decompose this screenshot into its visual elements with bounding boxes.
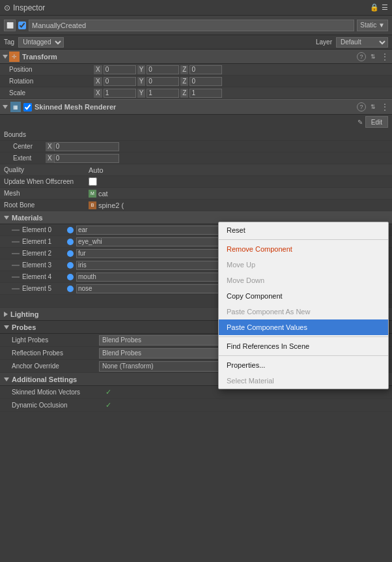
dynamic-occlusion-row: Dynamic Occlusion ✓ [0,399,392,412]
object-active-checkbox[interactable] [18,22,26,29]
skinned-motion-vectors-label: Skinned Motion Vectors [12,389,103,396]
center-x-label: X [46,142,54,151]
root-bone-label: Root Bone [4,201,89,209]
context-menu-item-reset[interactable]: Reset [219,222,388,238]
dash-line [12,253,20,254]
update-offscreen-checkbox[interactable] [89,177,97,186]
scale-z-label: Z [180,89,188,98]
light-probes-label: Light Probes [12,336,96,344]
transform-help-icon[interactable]: ? [357,52,366,61]
smr-help-icon[interactable]: ? [357,102,366,111]
root-bone-value: spine2 ( [98,201,124,209]
mesh-icon: M [89,190,96,198]
scale-y-label: Y [137,89,146,98]
anchor-override-value: None (Transform) [102,362,154,370]
context-menu-item-copy-component[interactable]: Copy Component [219,288,388,304]
scale-x-input[interactable] [104,89,136,98]
reflection-probes-value: Blend Probes [102,349,141,357]
center-row: Center X [0,141,392,153]
static-button[interactable]: Static ▼ [357,20,388,31]
lighting-collapse-icon [4,312,8,317]
lock-icon[interactable]: 🔒 [370,3,379,12]
context-menu-item-remove-component[interactable]: Remove Component [219,241,388,257]
rot-z-input[interactable] [189,77,222,86]
smr-edit-row: ✎ Edit [0,115,392,129]
tag-label: Tag [4,38,14,46]
dash-line [12,229,20,231]
additional-settings-title: Additional Settings [12,376,77,383]
transform-settings-icon[interactable]: ⇅ [369,52,378,61]
smr-active-checkbox[interactable] [23,103,32,111]
mesh-value: cat [98,190,108,198]
context-menu-item-find-refs[interactable]: Find References In Scene [219,338,388,354]
center-x-input[interactable] [54,142,119,151]
lighting-title: Lighting [10,310,38,318]
material-circle-icon [67,274,74,280]
scale-row: Scale X Y Z [0,87,392,99]
additional-settings-collapse-icon [4,377,9,381]
pos-x-input[interactable] [104,65,136,74]
center-label: Center [13,143,46,150]
tag-select[interactable]: Untagged [18,37,64,48]
pos-z-input[interactable] [189,65,222,74]
transform-more-icon[interactable]: ⋮ [380,52,389,61]
scale-x-label: X [94,89,102,98]
dynamic-occlusion-check: ✓ [105,401,111,409]
extent-x-input[interactable] [54,154,119,163]
smr-header[interactable]: ▦ Skinned Mesh Renderer ? ⇅ ⋮ [0,99,392,115]
reflection-probes-label: Reflection Probes [12,349,96,357]
edit-icon: ✎ [357,119,363,126]
update-offscreen-row: Update When Offscreen [0,176,392,188]
context-menu-item-move-down: Move Down [219,273,388,288]
element-label: Element 2 [22,250,64,257]
context-menu-item-paste-as-new: Paste Component As New [219,304,388,319]
context-menu-divider [219,336,388,337]
edit-button[interactable]: Edit [365,116,388,128]
object-name-input[interactable] [29,20,354,31]
smr-settings-icon[interactable]: ⇅ [369,102,378,111]
transform-collapse-icon [3,55,8,59]
material-circle-icon [67,227,74,233]
smr-collapse-icon [3,105,8,109]
inspector-title: Inspector [13,3,45,12]
probes-title: Probes [12,323,36,331]
position-values: X Y Z [94,65,388,74]
dash-line [12,288,20,289]
context-menu-item-properties[interactable]: Properties... [219,357,388,373]
element-label: Element 3 [22,261,64,269]
scale-y-input[interactable] [147,89,179,98]
extent-label: Extent [13,155,46,162]
extent-x-label: X [46,154,54,163]
position-row: Position X Y Z [0,64,392,76]
pos-y-input[interactable] [147,65,179,74]
smr-more-icon[interactable]: ⋮ [380,102,389,111]
context-menu-item-paste-values[interactable]: Paste Component Values [219,319,388,335]
smr-title: Skinned Mesh Renderer [35,103,354,111]
materials-collapse-icon [4,216,9,220]
menu-icon[interactable]: ☰ [382,3,388,12]
rot-x-input[interactable] [104,77,136,86]
smr-icon: ▦ [10,102,21,112]
transform-header[interactable]: ✛ Transform ? ⇅ ⋮ [0,50,392,64]
probes-collapse-icon [4,325,9,329]
quality-row: Quality Auto [0,164,392,176]
pos-z-label: Z [180,65,188,74]
scale-label: Scale [9,89,94,96]
object-row: ⬜ Static ▼ [0,16,392,35]
bounds-label-row: Bounds [0,129,392,141]
context-menu: ResetRemove ComponentMove UpMove DownCop… [218,222,389,389]
layer-select[interactable]: Default [336,37,388,48]
root-bone-row: Root Bone B spine2 ( [0,200,392,211]
update-offscreen-label: Update When Offscreen [4,178,89,185]
transform-title: Transform [22,53,354,61]
dash-line [12,241,20,243]
rot-z-label: Z [180,77,188,86]
scale-z-input[interactable] [189,89,222,98]
dash-line [12,276,20,278]
rotation-label: Rotation [9,78,94,85]
dynamic-occlusion-label: Dynamic Occlusion [12,402,103,409]
rot-y-input[interactable] [147,77,179,86]
element-label: Element 4 [22,273,64,280]
context-menu-divider [219,239,388,240]
element-label: Element 5 [22,285,64,292]
